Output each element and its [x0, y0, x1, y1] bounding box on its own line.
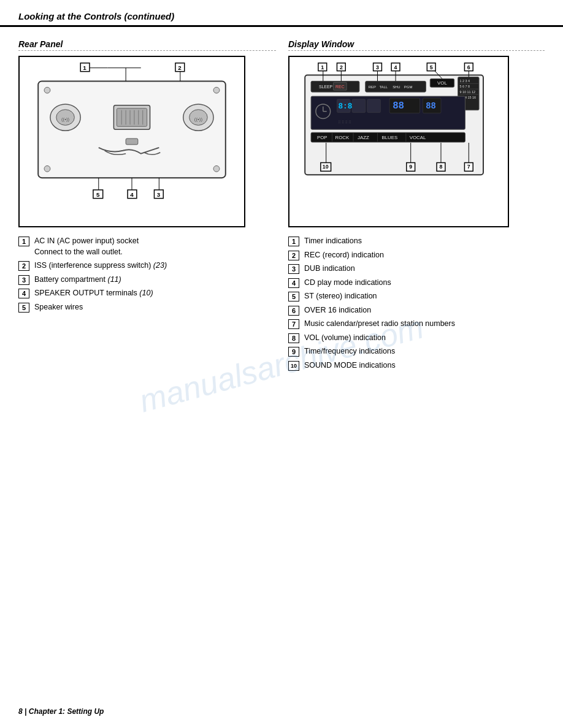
dw-legend-text-8: VOL (volume) indication [304, 333, 386, 344]
svg-text:PGM: PGM [404, 85, 413, 89]
chapter-label: | [25, 707, 29, 716]
svg-text:2: 2 [340, 64, 343, 70]
legend-item-5: 5 Speaker wires [18, 302, 276, 313]
legend-num-5: 5 [18, 303, 29, 313]
dw-legend-num-8: 8 [288, 333, 299, 343]
svg-text:5: 5 [96, 191, 100, 198]
svg-text:1: 1 [83, 64, 86, 71]
svg-text:1: 1 [321, 64, 324, 70]
svg-text:10: 10 [323, 164, 329, 170]
dw-legend-text-1: Timer indications [304, 236, 362, 247]
legend-text-2: ISS (interference suppress switch) (23) [34, 260, 167, 271]
legend-text-3: Battery compartment (11) [34, 275, 121, 286]
dw-legend-item-4: 4 CD play mode indications [288, 278, 545, 289]
svg-text:3: 3 [376, 64, 379, 70]
svg-text:5: 5 [430, 64, 433, 70]
display-window-diagram: SLEEP REC REP TALL SHU PGM VOL 1 2 3 4 5… [288, 56, 509, 227]
page-title: Looking at the Controls (continued) [18, 11, 174, 21]
dw-legend-item-2: 2 REC (record) indication [288, 250, 545, 261]
svg-text:BLUES: BLUES [381, 135, 397, 140]
dw-legend-num-1: 1 [288, 237, 299, 246]
dw-legend-text-3: DUB indication [304, 264, 355, 275]
dw-legend-item-3: 3 DUB indication [288, 264, 545, 275]
svg-text:POP: POP [317, 135, 327, 140]
svg-point-16 [44, 87, 50, 93]
page-footer: 8 | Chapter 1: Setting Up [18, 707, 104, 716]
svg-text:ROCK: ROCK [335, 135, 350, 140]
svg-text:88: 88 [426, 102, 436, 111]
dw-legend-item-1: 1 Timer indications [288, 236, 545, 247]
legend-item-4: 4 SPEAKER OUTPUT terminals (10) [18, 288, 276, 299]
svg-rect-63 [367, 99, 381, 113]
dw-legend-text-2: REC (record) indication [304, 250, 384, 261]
content-area: Rear Panel ((•)) ((•)) [0, 27, 563, 380]
svg-text:2: 2 [178, 64, 182, 71]
legend-text-4: SPEAKER OUTPUT terminals (10) [34, 288, 153, 299]
svg-text:((•)): ((•)) [61, 116, 70, 122]
legend-item-3: 3 Battery compartment (11) [18, 275, 276, 286]
svg-rect-62 [352, 99, 366, 113]
dw-legend-num-4: 4 [288, 278, 299, 288]
dw-legend-num-6: 6 [288, 306, 299, 316]
dw-legend-item-5: 5 ST (stereo) indication [288, 291, 545, 302]
display-window-title: Display Window [288, 39, 545, 51]
legend-item-2: 2 ISS (interference suppress switch) (23… [18, 260, 276, 271]
dw-legend-item-8: 8 VOL (volume) indication [288, 333, 545, 344]
dw-legend-text-4: CD play mode indications [304, 278, 391, 289]
svg-text:7: 7 [467, 164, 470, 170]
dw-legend-text-9: Time/frequency indications [304, 346, 395, 357]
svg-text:3: 3 [157, 191, 161, 198]
dw-legend-text-5: ST (stereo) indication [304, 291, 377, 302]
svg-text:88: 88 [393, 100, 404, 112]
svg-text:SHU: SHU [393, 85, 400, 89]
svg-text::: :: :: ::: :: :: :: :: [338, 119, 351, 124]
svg-point-18 [44, 165, 50, 172]
dw-legend-item-6: 6 OVER 16 indication [288, 305, 545, 316]
dw-legend-num-9: 9 [288, 347, 299, 357]
rear-panel-diagram: ((•)) ((•)) [18, 56, 245, 227]
rear-panel-title: Rear Panel [18, 39, 276, 51]
svg-text:6: 6 [467, 64, 470, 70]
rear-panel-section: Rear Panel ((•)) ((•)) [18, 39, 276, 374]
legend-item-1: 1 AC IN (AC power input) socketConnect t… [18, 236, 276, 257]
dw-legend-item-9: 9 Time/frequency indications [288, 346, 545, 357]
svg-text:8:8: 8:8 [338, 102, 352, 111]
svg-rect-57 [311, 96, 465, 129]
dw-legend-text-10: SOUND MODE indications [304, 360, 396, 371]
dw-legend-text-7: Music calendar/preset radio station numb… [304, 319, 455, 330]
legend-text-5: Speaker wires [34, 302, 83, 313]
svg-point-17 [213, 87, 220, 93]
dw-legend-num-5: 5 [288, 292, 299, 301]
svg-text:4: 4 [130, 191, 134, 198]
legend-num-3: 3 [18, 275, 29, 285]
dw-legend-num-2: 2 [288, 251, 299, 260]
svg-text:4: 4 [394, 64, 397, 70]
dw-legend-item-10: 10 SOUND MODE indications [288, 360, 545, 371]
svg-text:TALL: TALL [379, 85, 388, 89]
svg-rect-15 [126, 138, 138, 145]
svg-text:JAZZ: JAZZ [358, 135, 369, 140]
legend-num-2: 2 [18, 261, 29, 271]
legend-num-1: 1 [18, 237, 29, 246]
svg-text:1  2  3  4: 1 2 3 4 [460, 79, 470, 83]
svg-text:8: 8 [440, 164, 443, 170]
svg-text:9: 9 [409, 164, 412, 170]
rear-panel-legend: 1 AC IN (AC power input) socketConnect t… [18, 236, 276, 313]
dw-legend-num-7: 7 [288, 319, 299, 329]
page-number: 8 [18, 707, 23, 716]
svg-text:VOL: VOL [437, 80, 447, 86]
svg-text:5  6  7  8: 5 6 7 8 [460, 85, 470, 88]
svg-text:9 10 11 12: 9 10 11 12 [460, 90, 476, 94]
display-window-legend: 1 Timer indications 2 REC (record) indic… [288, 236, 545, 371]
dw-legend-num-3: 3 [288, 264, 299, 274]
display-window-section: Display Window SLEEP REC REP TALL SHU PG… [288, 39, 545, 374]
svg-text:SLEEP: SLEEP [319, 85, 333, 89]
dw-legend-text-6: OVER 16 indication [304, 305, 371, 316]
chapter-title: Chapter 1: Setting Up [29, 707, 104, 716]
svg-point-19 [213, 165, 220, 172]
legend-num-4: 4 [18, 289, 29, 298]
legend-text-1: AC IN (AC power input) socketConnect to … [34, 236, 139, 257]
page-header: Looking at the Controls (continued) [0, 0, 563, 27]
svg-text:((•)): ((•)) [194, 116, 203, 122]
svg-text:REC: REC [335, 85, 345, 89]
